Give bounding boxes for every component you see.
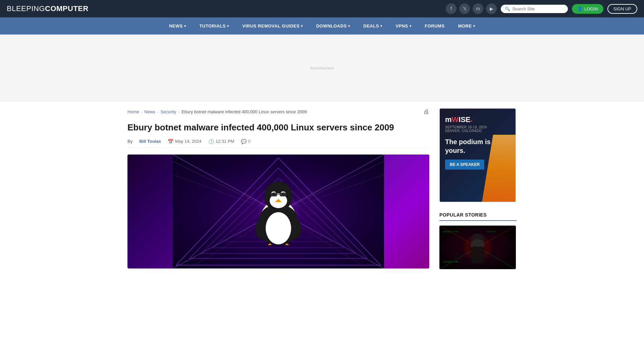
nav-item-forums[interactable]: FORUMS (418, 17, 451, 35)
breadcrumb-news[interactable]: News (144, 109, 155, 114)
ad-cta-button[interactable]: BE A SPEAKER (445, 160, 484, 170)
breadcrumb-security[interactable]: Security (161, 109, 176, 114)
popular-stories-heading: POPULAR STORIES (439, 212, 517, 221)
comment-icon: 💬 (241, 139, 247, 144)
breadcrumb-sep: › (157, 110, 159, 114)
sidebar-ad: mWISE● September 18-19, 2024 Denver, Col… (439, 108, 516, 202)
search-icon: 🔍 (505, 6, 510, 11)
twitter-icon[interactable]: 𝕏 (459, 3, 470, 14)
ad-banner: Advertisement (0, 35, 644, 102)
ad-logo: mWISE● (445, 115, 473, 124)
breadcrumb-home[interactable]: Home (127, 109, 139, 114)
facebook-icon[interactable]: f (446, 3, 457, 14)
main-container: Home › News › Security › Ebury botnet ma… (121, 102, 523, 276)
mastodon-icon[interactable]: m (473, 3, 483, 14)
site-logo[interactable]: BLEEPINGCOMPUTER (7, 4, 89, 13)
svg-point-22 (266, 212, 291, 244)
penguin-logo (252, 178, 305, 245)
site-header: BLEEPINGCOMPUTER f 𝕏 m ▶ 🔍 👤 LOGIN SIGN … (0, 0, 644, 17)
popular-story-thumb[interactable]: 01001011 0101 11010010 1100 10110101 (439, 226, 516, 269)
article-title: Ebury botnet malware infected 400,000 Li… (127, 122, 429, 133)
breadcrumb-sep: › (178, 110, 180, 114)
breadcrumb-current: Ebury botnet malware infected 400,000 Li… (181, 109, 307, 114)
calendar-icon: 📅 (168, 139, 173, 144)
svg-text:01001011 0101: 01001011 0101 (443, 230, 459, 233)
chevron-down-icon: ▾ (301, 24, 303, 28)
login-button[interactable]: 👤 LOGIN (572, 4, 603, 14)
nav-item-news[interactable]: NEWS ▾ (162, 17, 193, 35)
nav-item-tutorials[interactable]: TUTORIALS ▾ (193, 17, 235, 35)
user-icon: 👤 (577, 6, 583, 11)
sidebar: mWISE● September 18-19, 2024 Denver, Col… (439, 108, 517, 269)
nav-item-more[interactable]: MORE ▾ (451, 17, 482, 35)
nav-item-deals[interactable]: DEALS ▾ (357, 17, 389, 35)
search-box: 🔍 (501, 5, 568, 13)
svg-rect-33 (280, 193, 286, 196)
ad-date: September 18-19, 2024 Denver, Colorado (445, 125, 487, 133)
print-icon[interactable]: 🖨 (423, 108, 429, 115)
chevron-down-icon: ▾ (473, 24, 475, 28)
nav-item-downloads[interactable]: DOWNLOADS ▾ (310, 17, 357, 35)
author-by-label: By (127, 139, 132, 144)
chevron-down-icon: ▾ (184, 24, 186, 28)
comment-count: 💬 0 (241, 139, 250, 144)
svg-text:11010010 1100: 11010010 1100 (443, 260, 459, 263)
header-right: f 𝕏 m ▶ 🔍 👤 LOGIN SIGN UP (446, 3, 637, 14)
chevron-down-icon: ▾ (410, 24, 412, 28)
main-nav: NEWS ▾ TUTORIALS ▾ VIRUS REMOVAL GUIDES … (0, 17, 644, 35)
chevron-down-icon: ▾ (348, 24, 350, 28)
svg-rect-42 (471, 247, 484, 263)
article-hero-image (127, 155, 429, 268)
chevron-down-icon: ▾ (227, 24, 229, 28)
article-area: Home › News › Security › Ebury botnet ma… (127, 108, 429, 269)
social-icons: f 𝕏 m ▶ (446, 3, 497, 14)
chevron-down-icon: ▾ (380, 24, 382, 28)
search-input[interactable] (512, 6, 564, 11)
hacker-image: 01001011 0101 11010010 1100 10110101 (439, 226, 516, 269)
breadcrumb-sep: › (141, 110, 143, 114)
svg-rect-32 (271, 193, 277, 196)
breadcrumb: Home › News › Security › Ebury botnet ma… (127, 108, 429, 115)
article-date: 📅 May 14, 2024 (168, 139, 202, 144)
author-link[interactable]: Bill Toulas (139, 139, 161, 144)
nav-item-virus-removal[interactable]: VIRUS REMOVAL GUIDES ▾ (236, 17, 310, 35)
article-meta: By Bill Toulas 📅 May 14, 2024 🕐 12:31 PM… (127, 139, 429, 148)
youtube-icon[interactable]: ▶ (486, 3, 497, 14)
popular-story-image: 01001011 0101 11010010 1100 10110101 (439, 226, 516, 269)
nav-item-vpns[interactable]: VPNS ▾ (389, 17, 418, 35)
article-time: 🕐 12:31 PM (208, 139, 234, 144)
signup-button[interactable]: SIGN UP (607, 4, 637, 14)
clock-icon: 🕐 (208, 139, 214, 144)
svg-text:10110101: 10110101 (486, 230, 496, 233)
